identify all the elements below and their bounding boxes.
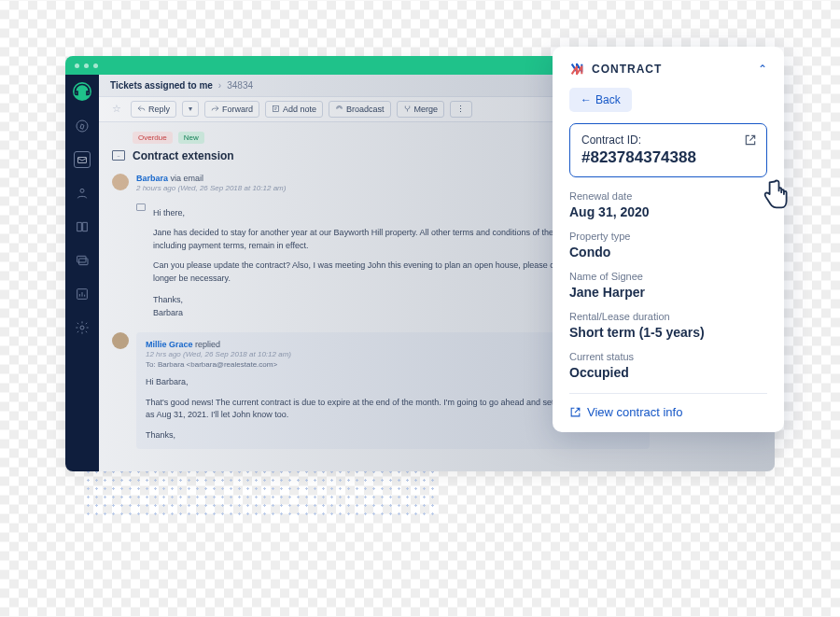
- sender-name[interactable]: Barbara: [136, 174, 168, 183]
- breadcrumb-id: 34834: [227, 80, 253, 91]
- field-label: Renewal date: [569, 190, 767, 202]
- view-contract-link[interactable]: View contract info: [569, 405, 767, 419]
- via-label: via email: [168, 174, 203, 183]
- contract-field: Property typeCondo: [569, 231, 767, 259]
- svg-point-2: [80, 189, 84, 192]
- headset-icon[interactable]: [73, 82, 91, 101]
- window-dot[interactable]: [75, 63, 79, 68]
- forward-label: Forward: [222, 105, 253, 114]
- divider: [569, 393, 767, 394]
- contract-field: Rental/Lease durationShort term (1-5 yea…: [569, 311, 767, 340]
- external-link-icon[interactable]: [744, 133, 757, 147]
- contract-field: Name of SigneeJane Harper: [569, 271, 767, 300]
- contract-id-value: #823784374388: [581, 148, 755, 167]
- svg-rect-7: [273, 106, 279, 112]
- envelope-icon: [136, 203, 146, 211]
- msg-line: Barbara: [153, 308, 183, 317]
- field-label: Rental/Lease duration: [569, 311, 767, 322]
- new-badge: New: [178, 132, 204, 144]
- svg-point-6: [80, 326, 84, 330]
- more-button[interactable]: ⋮: [450, 101, 472, 118]
- back-label: Back: [595, 93, 621, 106]
- panel-title: CONTRACT: [592, 63, 750, 76]
- external-link-icon: [569, 406, 581, 418]
- envelope-icon: [112, 150, 125, 161]
- app-logo-icon: [569, 62, 584, 77]
- sender-name[interactable]: Millie Grace: [146, 340, 193, 349]
- field-label: Name of Signee: [569, 271, 767, 282]
- window-dot[interactable]: [93, 63, 98, 68]
- chat-icon[interactable]: [74, 252, 91, 269]
- action-label: replied: [193, 340, 221, 349]
- user-icon[interactable]: [74, 185, 91, 202]
- svg-rect-3: [77, 256, 86, 262]
- ticket-subject: Contract extension: [133, 149, 234, 162]
- forward-button[interactable]: Forward: [204, 101, 259, 118]
- reply-label: Reply: [148, 105, 170, 114]
- broadcast-label: Broadcast: [346, 105, 385, 114]
- reply-button[interactable]: Reply: [131, 101, 176, 118]
- svg-point-0: [77, 120, 88, 132]
- contract-field: Current statusOccupied: [569, 351, 767, 380]
- left-nav: [65, 75, 99, 471]
- inbox-icon[interactable]: [74, 151, 91, 168]
- merge-button[interactable]: Merge: [397, 101, 445, 118]
- broadcast-button[interactable]: Broadcast: [329, 101, 391, 118]
- field-label: Current status: [569, 351, 767, 362]
- compass-icon[interactable]: [74, 118, 91, 134]
- field-value: Occupied: [569, 365, 767, 380]
- collapse-icon[interactable]: ⌃: [758, 63, 767, 76]
- chart-icon[interactable]: [74, 286, 91, 302]
- link-label: View contract info: [587, 405, 682, 419]
- addnote-button[interactable]: Add note: [265, 101, 323, 118]
- decorative-dots: [84, 468, 439, 519]
- contract-field: Renewal dateAug 31, 2020: [569, 190, 767, 219]
- reply-dropdown[interactable]: ▾: [182, 101, 199, 117]
- contract-id-box[interactable]: Contract ID: #823784374388: [569, 123, 767, 177]
- contract-panel: CONTRACT ⌃ ← Back Contract ID: #82378437…: [553, 47, 784, 432]
- field-value: Jane Harper: [569, 285, 767, 300]
- back-button[interactable]: ← Back: [569, 88, 632, 112]
- field-value: Condo: [569, 245, 767, 259]
- merge-label: Merge: [414, 105, 439, 114]
- window-dot[interactable]: [84, 63, 89, 68]
- star-icon[interactable]: ☆: [108, 103, 125, 115]
- breadcrumb-root[interactable]: Tickets assigned to me: [110, 80, 213, 91]
- avatar[interactable]: [112, 174, 129, 190]
- breadcrumb-sep: ›: [218, 80, 221, 91]
- addnote-label: Add note: [283, 105, 316, 114]
- arrow-left-icon: ←: [581, 93, 592, 106]
- contract-id-label: Contract ID:: [581, 133, 755, 147]
- pointer-hand-icon: [758, 175, 791, 213]
- avatar[interactable]: [112, 332, 129, 349]
- overdue-badge: Overdue: [133, 132, 173, 144]
- msg-line: Thanks,: [153, 295, 183, 304]
- gear-icon[interactable]: [74, 319, 91, 336]
- field-label: Property type: [569, 231, 767, 242]
- field-value: Aug 31, 2020: [569, 204, 767, 219]
- svg-rect-4: [79, 259, 88, 265]
- field-value: Short term (1-5 years): [569, 325, 767, 340]
- svg-rect-1: [78, 158, 87, 163]
- book-icon[interactable]: [74, 218, 91, 235]
